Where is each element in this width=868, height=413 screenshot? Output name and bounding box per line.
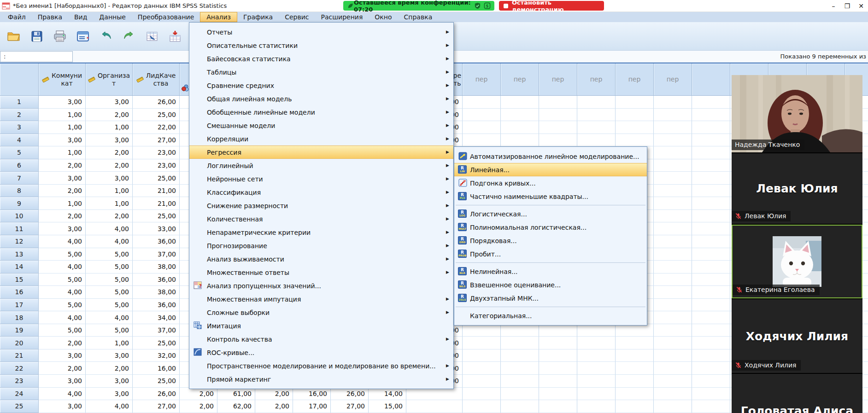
data-cell[interactable]: 22,00 — [133, 121, 180, 134]
close-button[interactable]: ✕ — [854, 0, 868, 12]
data-cell[interactable]: 4,00 — [86, 400, 133, 413]
empty-cell[interactable] — [654, 261, 692, 273]
empty-cell[interactable] — [463, 388, 501, 401]
minimize-button[interactable]: – — [827, 0, 840, 12]
empty-cell[interactable] — [539, 96, 577, 109]
data-cell[interactable]: 27,00 — [133, 134, 180, 147]
data-cell[interactable]: 32,00 — [133, 349, 180, 362]
empty-cell[interactable] — [616, 349, 654, 362]
empty-cell[interactable] — [692, 349, 730, 362]
row-number-cell[interactable]: 20 — [0, 337, 39, 349]
data-cell[interactable]: 2,00 — [86, 362, 133, 375]
analysis-menu-item[interactable]: Прямой маркетинг▶ — [189, 372, 453, 386]
row-number-cell[interactable]: 14 — [0, 261, 39, 273]
menubar-item-окно[interactable]: Окно — [369, 12, 398, 22]
column-header[interactable]: Коммуникат — [39, 64, 86, 96]
empty-cell[interactable] — [577, 400, 616, 413]
data-cell[interactable]: 1,00 — [39, 197, 86, 210]
empty-cell[interactable] — [577, 109, 616, 122]
analysis-menu-item[interactable]: ROC-кривые... — [189, 346, 453, 359]
empty-cell[interactable] — [654, 96, 692, 109]
column-header-placeholder[interactable] — [692, 64, 730, 96]
empty-cell[interactable] — [463, 375, 501, 388]
participant-tile[interactable]: Левак ЮлияЛевак Юлия — [732, 153, 862, 224]
data-cell[interactable]: 17,00 — [293, 400, 331, 413]
empty-cell[interactable] — [501, 96, 539, 109]
data-cell[interactable] — [406, 400, 463, 413]
empty-cell[interactable] — [616, 400, 654, 413]
recall-dialogs-button[interactable]: * — [73, 25, 93, 47]
empty-cell[interactable] — [692, 400, 730, 413]
empty-cell[interactable] — [463, 121, 501, 134]
row-number-cell[interactable]: 19 — [0, 324, 39, 337]
empty-cell[interactable] — [654, 159, 692, 172]
data-cell[interactable]: 3,00 — [86, 349, 133, 362]
regression-menu-item[interactable]: RLOGЛогистическая... — [454, 207, 647, 221]
analysis-menu-item[interactable]: Логлинейный▶ — [189, 159, 453, 172]
empty-cell[interactable] — [463, 400, 501, 413]
empty-cell[interactable] — [654, 311, 692, 324]
empty-cell[interactable] — [692, 273, 730, 286]
analysis-menu-item[interactable]: Имитация — [189, 319, 453, 332]
data-cell[interactable]: 2,00 — [86, 146, 133, 159]
empty-cell[interactable] — [616, 109, 654, 122]
data-cell[interactable]: 1,00 — [39, 146, 86, 159]
empty-cell[interactable] — [463, 134, 501, 147]
data-cell[interactable]: 4,00 — [86, 235, 133, 248]
data-cell[interactable]: 4,00 — [39, 235, 86, 248]
participant-tile[interactable]: Головатая АлисаГоловатая Алиса — [732, 374, 862, 413]
empty-cell[interactable] — [692, 159, 730, 172]
empty-cell[interactable] — [692, 324, 730, 337]
empty-cell[interactable] — [692, 286, 730, 299]
row-number-cell[interactable]: 24 — [0, 388, 39, 401]
data-cell[interactable]: 1,00 — [86, 185, 133, 198]
regression-menu-item[interactable]: Категориальная... — [454, 309, 647, 322]
menubar-item-файл[interactable]: Файл — [2, 12, 32, 22]
empty-cell[interactable] — [692, 134, 730, 147]
data-cell[interactable]: 5,00 — [39, 248, 86, 261]
empty-cell[interactable] — [654, 210, 692, 223]
empty-cell[interactable] — [577, 375, 616, 388]
data-cell[interactable]: 26,00 — [133, 96, 180, 109]
analysis-menu-item[interactable]: Сравнение средних▶ — [189, 79, 453, 92]
data-cell[interactable]: 21,00 — [133, 197, 180, 210]
row-number-cell[interactable]: 2 — [0, 109, 39, 122]
empty-cell[interactable] — [654, 172, 692, 185]
data-cell[interactable]: 26,00 — [331, 388, 369, 401]
menubar-item-расширения[interactable]: Расширения — [315, 12, 369, 22]
data-cell[interactable]: 4,00 — [86, 222, 133, 235]
empty-cell[interactable] — [654, 324, 692, 337]
data-cell[interactable]: 34,00 — [133, 311, 180, 324]
data-cell[interactable]: 5,00 — [86, 324, 133, 337]
insert-variable-button[interactable] — [165, 25, 185, 47]
analysis-menu-item[interactable]: Прогнозирование▶ — [189, 239, 453, 252]
data-cell[interactable]: 5,00 — [39, 324, 86, 337]
empty-cell[interactable] — [654, 388, 692, 401]
empty-cell[interactable] — [692, 235, 730, 248]
empty-cell[interactable] — [539, 109, 577, 122]
data-cell[interactable]: 5,00 — [39, 273, 86, 286]
data-cell[interactable]: 5,00 — [86, 286, 133, 299]
data-cell[interactable]: 4,00 — [86, 311, 133, 324]
empty-cell[interactable] — [616, 388, 654, 401]
empty-cell[interactable] — [616, 96, 654, 109]
analysis-menu-item[interactable]: Нейронные сети▶ — [189, 172, 453, 186]
empty-cell[interactable] — [616, 362, 654, 375]
empty-cell[interactable] — [654, 222, 692, 235]
empty-cell[interactable] — [692, 261, 730, 273]
data-cell[interactable]: 1,00 — [86, 337, 133, 349]
data-cell[interactable]: 4,00 — [39, 286, 86, 299]
analysis-menu-item[interactable]: Непараметрические критерии▶ — [189, 226, 453, 239]
empty-cell[interactable] — [692, 337, 730, 349]
column-header-placeholder[interactable]: пер — [654, 64, 692, 96]
empty-cell[interactable] — [539, 324, 577, 337]
empty-cell[interactable] — [654, 400, 692, 413]
analysis-menu-item[interactable]: Описательные статистики▶ — [189, 39, 453, 52]
analysis-menu-item[interactable]: Контроль качества▶ — [189, 332, 453, 346]
data-cell[interactable]: 16,00 — [133, 362, 180, 375]
data-cell[interactable]: 2,00 — [39, 362, 86, 375]
row-number-cell[interactable]: 21 — [0, 349, 39, 362]
empty-cell[interactable] — [616, 375, 654, 388]
analysis-menu-item[interactable]: Анализ выживаемости▶ — [189, 252, 453, 266]
empty-cell[interactable] — [692, 197, 730, 210]
